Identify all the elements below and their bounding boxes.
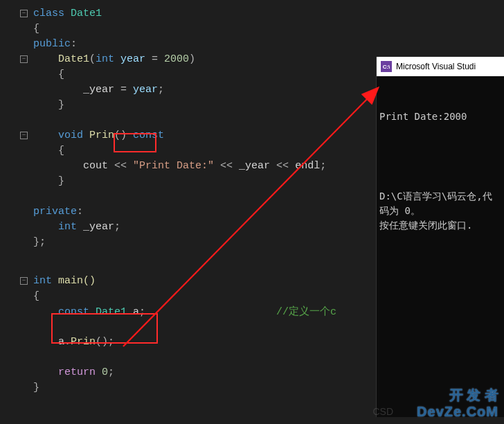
keyword-public: public	[33, 38, 71, 50]
function-prin: Prin	[83, 130, 114, 141]
default-value: 2000	[164, 53, 189, 65]
comment: //定义一个c	[276, 306, 336, 318]
dot: .	[64, 336, 71, 348]
brace-close: }	[58, 175, 64, 187]
vs-icon: C:\	[381, 61, 392, 72]
parens: ()	[114, 130, 133, 141]
colon: :	[77, 206, 83, 218]
param-year: year	[114, 53, 152, 65]
insertion-operator: <<	[114, 160, 133, 172]
semicolon: ;	[320, 160, 326, 172]
brace-close: }	[58, 99, 64, 111]
keyword-class: class	[33, 8, 64, 19]
cout: cout	[83, 160, 114, 172]
site-watermark: 开 发 者 DevZe.CoM	[417, 387, 498, 420]
call-prin: Prin	[71, 336, 96, 348]
endl: endl	[295, 160, 320, 172]
return-value: 0	[96, 366, 108, 378]
brace-open: {	[58, 69, 64, 80]
semicolon: ;	[114, 221, 120, 233]
console-titlebar[interactable]: C:\ Microsoft Visual Studi	[377, 57, 504, 76]
fold-icon[interactable]: −	[20, 55, 28, 63]
member-year: _year	[239, 160, 270, 172]
keyword-void: void	[58, 130, 83, 141]
member-year-decl: _year	[77, 221, 114, 233]
watermark-line1: 开 发 者	[417, 387, 498, 403]
watermark-line2: DevZe.CoM	[417, 403, 498, 420]
string-literal: "Print Date:"	[133, 160, 214, 172]
brace-open: {	[33, 290, 39, 302]
parens: ()	[96, 336, 108, 348]
class-close: };	[33, 236, 46, 248]
fold-icon[interactable]: −	[20, 277, 28, 285]
keyword-private: private	[33, 206, 77, 218]
param-year: year	[133, 84, 158, 96]
fold-icon[interactable]: −	[20, 10, 28, 17]
keyword-int: int	[96, 53, 114, 65]
console-output-line: D:\C语言学习\码云仓,代码为 0。 按任意键关闭此窗口.	[379, 189, 501, 233]
type-date1: Date1	[89, 306, 127, 318]
equals-operator: =	[120, 84, 133, 96]
var-a: a	[127, 306, 139, 318]
member-year: _year	[83, 84, 120, 96]
type-name: Date1	[64, 8, 102, 19]
var-a: a	[58, 336, 64, 348]
insertion-operator: <<	[270, 160, 295, 172]
colon: :	[71, 38, 77, 50]
csdn-watermark: CSD	[372, 406, 393, 417]
semicolon: ;	[108, 336, 114, 348]
function-main: main()	[52, 275, 96, 287]
keyword-const: const	[58, 306, 89, 318]
console-output-line: Print Date:2000	[379, 109, 501, 124]
keyword-return: return	[58, 366, 96, 378]
console-title-text: Microsoft Visual Studi	[396, 62, 476, 71]
constructor-name: Date1	[58, 53, 89, 65]
brace-close: }	[33, 382, 39, 394]
keyword-int: int	[58, 221, 77, 233]
code-editor[interactable]: − class Date1 { public: − Date1(int year…	[0, 0, 336, 395]
equals-operator: =	[152, 53, 164, 65]
insertion-operator: <<	[214, 160, 239, 172]
console-window: C:\ Microsoft Visual Studi Print Date:20…	[376, 57, 504, 417]
fold-icon[interactable]: −	[20, 132, 28, 139]
keyword-const: const	[133, 130, 164, 141]
semicolon: ;	[158, 84, 164, 96]
keyword-int: int	[33, 275, 52, 287]
semicolon: ;	[108, 366, 114, 378]
semicolon: ;	[139, 306, 145, 318]
brace-open: {	[58, 145, 64, 157]
brace-open: {	[33, 23, 39, 35]
